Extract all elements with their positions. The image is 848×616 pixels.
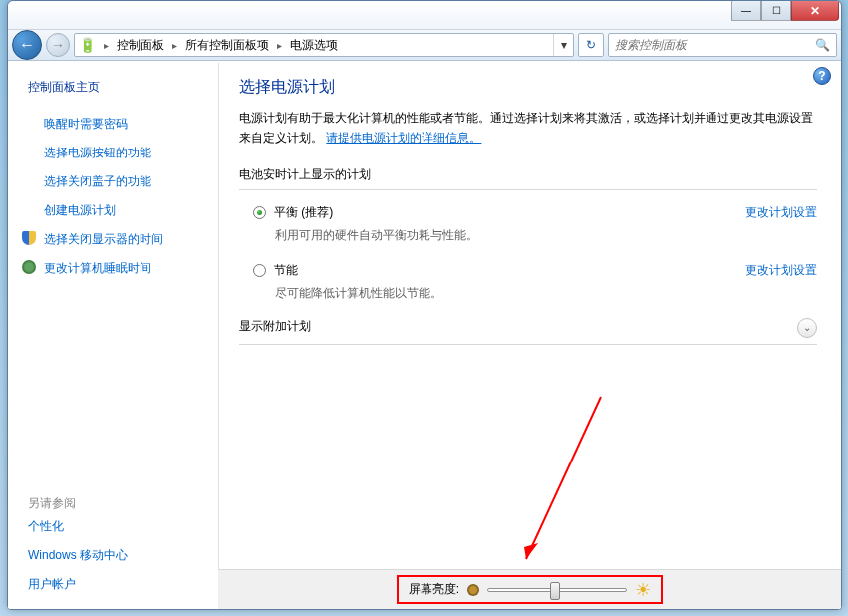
- chevron-down-icon: ⌄: [803, 322, 811, 333]
- page-heading: 选择电源计划: [239, 77, 817, 98]
- desc-help-link[interactable]: 请提供电源计划的详细信息。: [326, 131, 481, 145]
- see-also-mobility-center[interactable]: Windows 移动中心: [8, 541, 218, 570]
- sidebar-link-power-button[interactable]: 选择电源按钮的功能: [8, 139, 218, 167]
- search-input[interactable]: [613, 37, 832, 53]
- sidebar-link-create-plan[interactable]: 创建电源计划: [8, 196, 218, 225]
- page-description: 电源计划有助于最大化计算机的性能或者节能。通过选择计划来将其激活，或选择计划并通…: [239, 108, 817, 149]
- chevron-right-icon: ▸: [168, 40, 181, 51]
- plan-name-saver: 节能: [274, 262, 745, 279]
- plan-desc-saver: 尽可能降低计算机性能以节能。: [239, 283, 817, 318]
- sidebar: 控制面板主页 唤醒时需要密码 选择电源按钮的功能 选择关闭盖子的功能 创建电源计…: [8, 61, 218, 609]
- help-button[interactable]: ?: [813, 67, 831, 85]
- radio-balanced[interactable]: [253, 206, 266, 219]
- brightness-slider-thumb[interactable]: [550, 582, 560, 600]
- plan-desc-balanced: 利用可用的硬件自动平衡功耗与性能。: [239, 225, 817, 260]
- see-also-user-accounts[interactable]: 用户帐户: [8, 570, 218, 599]
- sidebar-link-sleep-time[interactable]: 更改计算机睡眠时间: [8, 254, 218, 283]
- breadcrumb-dropdown[interactable]: ▾: [553, 34, 573, 56]
- section-label: 电池安时计上显示的计划: [239, 166, 817, 183]
- plan-name-balanced: 平衡 (推荐): [274, 204, 745, 221]
- sidebar-link-wake-password[interactable]: 唤醒时需要密码: [8, 110, 218, 139]
- help-icon: ?: [818, 69, 825, 83]
- address-bar: ← → 🔋 ▸ 控制面板 ▸ 所有控制面板项 ▸ 电源选项 ▾ ↻ 🔍: [8, 29, 841, 61]
- change-plan-link-saver[interactable]: 更改计划设置: [745, 262, 817, 279]
- additional-plans-row: 显示附加计划 ⌄: [239, 318, 817, 338]
- main-panel: ? 选择电源计划 电源计划有助于最大化计算机的性能或者节能。通过选择计划来将其激…: [219, 61, 841, 609]
- back-arrow-icon: ←: [19, 36, 35, 54]
- window-buttons: — ☐ ✕: [731, 1, 839, 21]
- brightness-low-icon: [467, 584, 479, 596]
- see-also-label: 另请参阅: [8, 485, 218, 512]
- search-box[interactable]: 🔍: [608, 33, 837, 57]
- sidebar-link-lid-close[interactable]: 选择关闭盖子的功能: [8, 167, 218, 196]
- refresh-icon: ↻: [586, 38, 596, 52]
- annotation-highlight-box: 屏幕亮度: ☀: [397, 575, 663, 604]
- forward-arrow-icon: →: [51, 37, 65, 53]
- brightness-high-icon: ☀: [635, 582, 651, 598]
- sidebar-link-display-off[interactable]: 选择关闭显示器的时间: [8, 225, 218, 254]
- power-options-icon: 🔋: [75, 37, 100, 53]
- search-icon: 🔍: [815, 38, 830, 52]
- expand-additional-button[interactable]: ⌄: [797, 318, 817, 338]
- content-area: 控制面板主页 唤醒时需要密码 选择电源按钮的功能 选择关闭盖子的功能 创建电源计…: [8, 61, 841, 609]
- control-panel-window: — ☐ ✕ ← → 🔋 ▸ 控制面板 ▸ 所有控制面板项 ▸ 电源选项 ▾ ↻ …: [7, 0, 842, 610]
- section-divider: [239, 189, 817, 190]
- plan-row-saver[interactable]: 节能 更改计划设置: [239, 260, 817, 279]
- sidebar-title: 控制面板主页: [8, 79, 218, 110]
- brightness-label: 屏幕亮度:: [409, 581, 459, 598]
- brightness-slider[interactable]: [487, 588, 627, 592]
- nav-back-button[interactable]: ←: [12, 30, 42, 60]
- chevron-right-icon: ▸: [273, 40, 286, 51]
- breadcrumb-bar[interactable]: 🔋 ▸ 控制面板 ▸ 所有控制面板项 ▸ 电源选项 ▾: [74, 33, 574, 57]
- additional-divider: [239, 344, 817, 345]
- radio-saver[interactable]: [253, 264, 266, 277]
- minimize-button[interactable]: —: [731, 1, 761, 21]
- breadcrumb-leaf[interactable]: 电源选项: [286, 34, 342, 56]
- close-button[interactable]: ✕: [791, 1, 839, 21]
- maximize-button[interactable]: ☐: [761, 1, 791, 21]
- breadcrumb-root[interactable]: 控制面板: [113, 34, 168, 56]
- see-also-personalization[interactable]: 个性化: [8, 512, 218, 541]
- bottom-bar: 屏幕亮度: ☀: [218, 569, 841, 609]
- additional-plans-label: 显示附加计划: [239, 318, 311, 335]
- title-bar: — ☐ ✕: [8, 1, 841, 29]
- chevron-right-icon: ▸: [100, 40, 113, 51]
- plan-row-balanced[interactable]: 平衡 (推荐) 更改计划设置: [239, 202, 817, 221]
- nav-forward-button[interactable]: →: [46, 33, 70, 57]
- change-plan-link-balanced[interactable]: 更改计划设置: [745, 204, 817, 221]
- refresh-button[interactable]: ↻: [578, 33, 604, 57]
- breadcrumb-mid[interactable]: 所有控制面板项: [181, 34, 273, 56]
